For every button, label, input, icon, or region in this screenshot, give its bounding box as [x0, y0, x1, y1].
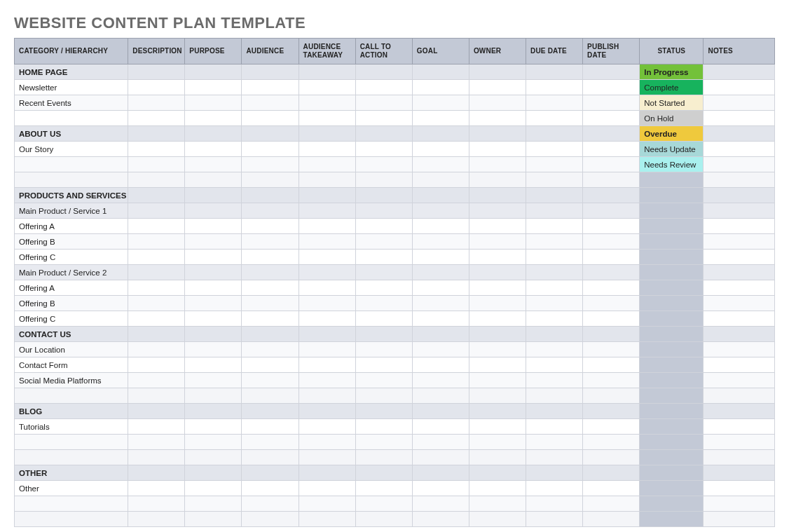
cell-category	[15, 496, 128, 512]
cell-empty	[299, 111, 355, 126]
cell-empty	[355, 465, 412, 481]
cell-status: Needs Review	[640, 157, 704, 172]
cell-category	[15, 435, 128, 450]
cell-empty	[412, 450, 469, 465]
cell-empty	[526, 157, 583, 172]
cell-empty	[355, 357, 412, 373]
table-row: Offering A	[15, 280, 775, 296]
table-row: Needs Review	[15, 157, 775, 172]
cell-status: On Hold	[640, 111, 704, 126]
cell-empty	[412, 373, 469, 388]
cell-empty	[469, 172, 526, 188]
cell-empty	[469, 496, 526, 512]
cell-empty	[704, 342, 775, 357]
cell-category	[15, 388, 128, 404]
table-row	[15, 512, 775, 527]
cell-empty	[704, 126, 775, 142]
cell-empty	[412, 311, 469, 327]
cell-empty	[299, 95, 355, 111]
cell-empty	[704, 404, 775, 419]
cell-empty	[704, 280, 775, 296]
cell-empty	[526, 357, 583, 373]
cell-empty	[299, 373, 355, 388]
cell-empty	[355, 311, 412, 327]
cell-empty	[355, 512, 412, 527]
cell-empty	[355, 126, 412, 142]
cell-empty	[128, 404, 185, 419]
cell-empty	[583, 234, 640, 250]
cell-empty	[242, 172, 299, 188]
cell-empty	[185, 64, 242, 80]
cell-status	[640, 327, 704, 342]
col-header-goal: GOAL	[412, 39, 469, 64]
cell-empty	[704, 234, 775, 250]
cell-empty	[583, 373, 640, 388]
cell-empty	[355, 111, 412, 126]
cell-empty	[355, 80, 412, 95]
cell-empty	[242, 188, 299, 203]
cell-empty	[128, 435, 185, 450]
cell-empty	[526, 280, 583, 296]
table-row: Main Product / Service 1	[15, 203, 775, 219]
cell-empty	[185, 80, 242, 95]
cell-category: Offering C	[15, 250, 128, 265]
cell-empty	[704, 450, 775, 465]
cell-empty	[128, 296, 185, 311]
cell-status	[640, 172, 704, 188]
content-plan-table: CATEGORY / HIERARCHY DESCRIPTION PURPOSE…	[14, 38, 775, 527]
cell-status	[640, 357, 704, 373]
cell-empty	[299, 357, 355, 373]
table-row: Contact Form	[15, 357, 775, 373]
cell-empty	[355, 481, 412, 496]
cell-empty	[128, 512, 185, 527]
cell-empty	[469, 342, 526, 357]
cell-empty	[412, 296, 469, 311]
cell-empty	[185, 219, 242, 234]
cell-empty	[128, 64, 185, 80]
col-header-cta: CALL TO ACTION	[355, 39, 412, 64]
cell-empty	[526, 512, 583, 527]
cell-empty	[412, 234, 469, 250]
cell-empty	[355, 95, 412, 111]
table-row	[15, 388, 775, 404]
cell-empty	[583, 357, 640, 373]
col-header-publishdate: PUBLISH DATE	[583, 39, 640, 64]
cell-empty	[299, 404, 355, 419]
cell-empty	[412, 203, 469, 219]
cell-empty	[704, 512, 775, 527]
cell-empty	[412, 219, 469, 234]
col-header-owner: OWNER	[469, 39, 526, 64]
cell-empty	[469, 265, 526, 280]
cell-empty	[299, 157, 355, 172]
cell-empty	[583, 404, 640, 419]
cell-empty	[583, 80, 640, 95]
cell-empty	[299, 450, 355, 465]
cell-empty	[412, 265, 469, 280]
cell-empty	[583, 496, 640, 512]
cell-empty	[704, 142, 775, 157]
cell-status	[640, 419, 704, 435]
cell-empty	[299, 80, 355, 95]
cell-empty	[583, 512, 640, 527]
cell-empty	[412, 388, 469, 404]
cell-category: Other	[15, 481, 128, 496]
table-row: Offering A	[15, 219, 775, 234]
cell-empty	[185, 435, 242, 450]
cell-empty	[583, 388, 640, 404]
cell-empty	[526, 496, 583, 512]
col-header-duedate: DUE DATE	[526, 39, 583, 64]
cell-empty	[526, 219, 583, 234]
cell-empty	[469, 419, 526, 435]
cell-empty	[299, 188, 355, 203]
cell-empty	[242, 311, 299, 327]
table-row: CONTACT US	[15, 327, 775, 342]
cell-status	[640, 265, 704, 280]
cell-category: Main Product / Service 2	[15, 265, 128, 280]
cell-empty	[412, 126, 469, 142]
cell-empty	[242, 342, 299, 357]
cell-empty	[583, 111, 640, 126]
cell-empty	[412, 80, 469, 95]
cell-empty	[583, 419, 640, 435]
cell-empty	[469, 234, 526, 250]
cell-empty	[185, 419, 242, 435]
